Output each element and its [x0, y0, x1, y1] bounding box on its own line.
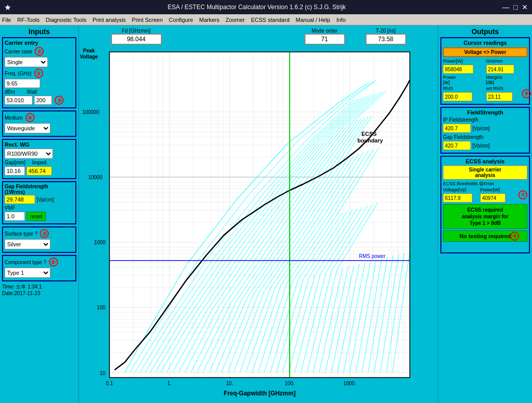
ip-fs-label: IP Fieldstrength — [443, 117, 479, 123]
svg-text:100000: 100000 — [82, 109, 100, 115]
power-w2-label: Power[W] — [480, 187, 516, 192]
rect-wg-label: Rect. WG — [5, 141, 74, 148]
imped-input[interactable] — [26, 166, 52, 176]
component-type-dropdown[interactable]: Type 1 Type 2 — [5, 268, 50, 278]
circle-3: ③ — [54, 96, 64, 105]
top-input-bar: Fd [GHzmm] Mode order T-20 [ns] — [79, 25, 438, 47]
rms-input[interactable] — [443, 92, 472, 101]
power-w-label2: Power[W] — [443, 75, 485, 85]
svg-text:10.: 10. — [226, 381, 233, 386]
dbm-input[interactable] — [5, 96, 33, 105]
gap-fs-out-label: Gap Fieldstrength — [443, 134, 484, 140]
menu-ecss-standard[interactable]: ECSS standard — [251, 17, 290, 23]
ecss-analysis-label: ECSS analysis — [443, 158, 527, 164]
menu-print-analysis[interactable]: Print analysis — [93, 17, 126, 23]
circle-8: ⑧ — [522, 89, 531, 98]
voltage-vp-input[interactable] — [443, 193, 472, 203]
reset-button[interactable]: reset — [26, 212, 46, 221]
wrt-rms-input[interactable] — [486, 92, 513, 101]
ip-fs-unit: [Vp/cm] — [472, 126, 490, 131]
voltage-vp-label: Voltage[Vp] — [443, 187, 479, 192]
mode-order-item: Mode order — [304, 28, 345, 45]
status-time: Time: 오후 1:34:1 Date:2017-11-23 — [2, 283, 76, 296]
circle-9: ⑨ — [510, 232, 519, 241]
circle-6: ⑥ — [49, 257, 58, 267]
menu-manual-help[interactable]: Manual / Help — [296, 17, 330, 23]
minimize-button[interactable]: — — [502, 3, 510, 11]
menu-info[interactable]: Info — [337, 17, 346, 23]
surface-type-dropdown[interactable]: Silver Gold Copper Aluminium — [5, 239, 50, 249]
svg-text:0.1: 0.1 — [106, 381, 113, 386]
app-icon: ★ — [4, 3, 11, 12]
date-label: Date:2017-11-23 — [2, 291, 76, 296]
t20-item: T-20 [ns] — [366, 28, 406, 45]
gap-fs-section-label: Gap Fieldstrength(1Wrms) — [5, 184, 74, 195]
cursor-readings-section: Cursor readings Voltage <> Power Power[W… — [440, 37, 530, 105]
voltage-power-button[interactable]: Voltage <> Power — [443, 47, 527, 57]
medium-label: Medium — [5, 115, 23, 121]
menu-zoomer[interactable]: Zoomer — [226, 17, 245, 23]
svg-text:100: 100 — [97, 305, 105, 310]
menu-configure[interactable]: Configure — [169, 17, 193, 23]
rms-power-label: RMS power — [359, 253, 386, 259]
x-axis-label: Freq-Gapwidth [GHzmm] — [223, 390, 295, 397]
menu-rf-tools[interactable]: RF-Tools — [17, 17, 40, 23]
fieldstrength-header: FieldStrength — [443, 109, 527, 116]
cursor-ghzmm-input[interactable] — [486, 65, 514, 74]
single-carrier-btn[interactable]: Single carrieranalysis — [443, 165, 527, 180]
dbm-label: dBm — [5, 89, 15, 95]
imped-label: Imped. — [32, 160, 48, 165]
chart-wrapper: PeakVoltage — [79, 47, 438, 403]
gap-fieldstrength-section: Gap Fieldstrength(1Wrms) [Vp/cm] VMF res… — [2, 181, 76, 224]
mode-order-input[interactable] — [304, 34, 345, 45]
svg-text:10: 10 — [100, 370, 106, 376]
gap-input[interactable] — [5, 166, 25, 176]
circle-1: ① — [35, 47, 44, 56]
close-button[interactable]: ✕ — [522, 3, 528, 11]
circle-2: ② — [34, 69, 43, 78]
rms-label: RMS — [443, 86, 485, 91]
menu-diagnostic[interactable]: Diagnostic Tools — [46, 17, 87, 23]
ip-fs-input[interactable] — [443, 124, 471, 133]
time-label: Time: 오후 1:34:1 — [2, 283, 76, 291]
svg-text:100.: 100. — [285, 381, 294, 386]
rect-wg-dropdown[interactable]: R100/WR90 R140/WR62 Custom — [5, 149, 53, 159]
watt-input[interactable] — [34, 96, 52, 105]
surface-type-label: Surface type ? — [5, 231, 37, 237]
vmf-label: VMF — [5, 205, 15, 211]
medium-dropdown[interactable]: Waveguide Coax Parallel — [5, 123, 50, 133]
rect-wg-section: Rect. WG R100/WR90 R140/WR62 Custom Gap[… — [2, 139, 76, 179]
mode-order-label: Mode order — [312, 28, 338, 34]
window-title: ESA / ESTEC Multipactor Calculator Versi… — [11, 4, 502, 11]
menu-print-screen[interactable]: Print Screen — [132, 17, 163, 23]
cursor-power-input[interactable] — [443, 65, 473, 74]
ecss-required-status: ECSS requiredanalysis margin forType 1 >… — [443, 204, 527, 229]
menu-markers[interactable]: Markers — [199, 17, 219, 23]
menu-file[interactable]: File — [2, 17, 11, 23]
t20-input[interactable] — [366, 34, 406, 45]
gap-fs-input[interactable] — [5, 195, 35, 204]
fd-input[interactable] — [111, 34, 162, 45]
freq-label: Freq. (GHz) — [5, 71, 32, 76]
fd-item: Fd [GHzmm] — [111, 28, 162, 45]
title-bar: ★ ESA / ESTEC Multipactor Calculator Ver… — [0, 0, 532, 14]
circle-5: ⑤ — [40, 229, 49, 238]
ecss-thresh-label: ECSS thresholds @Fmin — [443, 181, 527, 186]
component-type-section: Component type ? ⑥ Type 1 Type 2 — [2, 255, 76, 281]
svg-text:1000.: 1000. — [343, 381, 356, 386]
right-panel: Outputs Cursor readings Voltage <> Power… — [438, 25, 532, 403]
wrt-rms-label: wrt RMS — [486, 86, 528, 91]
svg-text:1.: 1. — [167, 381, 172, 386]
circle-7: ⑦ — [518, 190, 527, 199]
surface-type-section: Surface type ? ⑤ Silver Gold Copper Alum… — [2, 226, 76, 253]
maximize-button[interactable]: □ — [514, 3, 518, 11]
window-controls[interactable]: — □ ✕ — [502, 3, 528, 11]
t20-label: T-20 [ns] — [376, 28, 396, 34]
circle-4: ④ — [25, 113, 35, 122]
carrier-section: Carrier entry Carrier case ① Single Two … — [2, 37, 76, 108]
vmf-input[interactable] — [5, 212, 25, 221]
carrier-case-dropdown[interactable]: Single Two Multi — [5, 57, 48, 67]
gap-fs-out-input[interactable] — [443, 141, 471, 150]
freq-input[interactable] — [5, 79, 40, 88]
power-w2-input[interactable] — [480, 193, 506, 203]
